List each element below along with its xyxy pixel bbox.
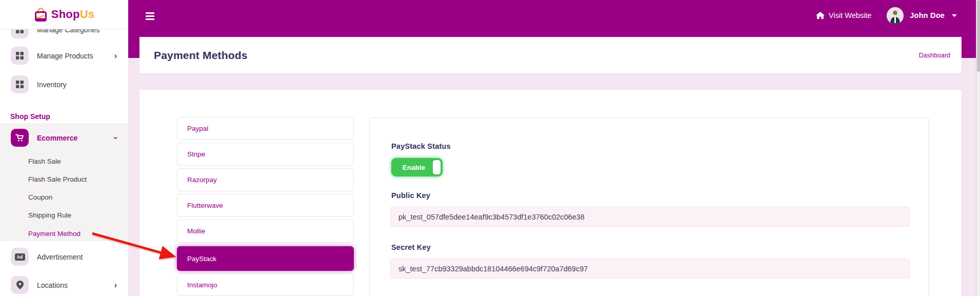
chevron-right-icon: › [114,52,117,60]
toggle-knob[interactable] [433,160,441,174]
payment-method-label: Instamojo [187,281,217,289]
payment-method-item-paypal[interactable]: Paypal [177,117,354,140]
sidebar-subitem-flash-sale[interactable]: Flash Sale [28,155,128,167]
user-name[interactable]: John Doe [910,11,945,19]
sidebar-logo[interactable]: ShopUs [0,0,128,29]
home-icon [816,12,825,19]
sidebar-subitem-label: Flash Sale [28,157,61,165]
brand-name: ShopUs [51,8,94,21]
sidebar-subitem-label: Flash Sale Product [28,175,87,183]
payment-method-label: Flutterwave [187,202,223,209]
scrollbar-thumb[interactable] [977,0,980,72]
payment-method-item-stripe[interactable]: Stripe [177,143,354,166]
payment-method-label: Mollie [187,227,205,235]
payment-method-item-razorpay[interactable]: Razorpay [177,168,354,191]
cart-icon [11,129,29,147]
sidebar-subitem-payment-method[interactable]: Payment Method [28,228,128,239]
hamburger-menu-icon[interactable] [146,12,156,21]
paystack-status-label: PayStack Status [391,142,451,150]
visit-website-link[interactable]: Visit Website [816,11,871,19]
brand-name-primary: Shop [51,8,80,21]
sidebar-item-label: Inventory [37,81,67,89]
secret-key-field[interactable]: sk_test_77cb93329abbdc18104466e694c9f720… [390,259,910,279]
sidebar-item-locations[interactable]: Locations › [0,276,128,294]
avatar[interactable] [887,7,904,24]
visit-website-label: Visit Website [829,11,871,19]
chevron-down-icon: › [111,136,119,139]
payment-method-item-paystack[interactable]: PayStack [177,246,354,271]
paystack-status-toggle[interactable]: Enable [391,158,443,176]
ad-icon: Ad [11,248,29,266]
sidebar-subitem-shipping-rule[interactable]: Shipping Rule [28,209,128,221]
location-pin-icon [11,276,29,294]
secret-key-label: Secret Key [391,243,431,251]
sidebar-item-label: Ecommerce [37,134,77,142]
payment-method-label: Razorpay [187,176,217,184]
page-title: Payment Methods [154,49,248,62]
payment-method-item-mollie[interactable]: Mollie [177,220,354,243]
sidebar-subitem-label: Shipping Rule [28,211,71,219]
paystack-settings-panel: PayStack Status Enable Public Key pk_tes… [369,117,929,296]
caret-down-icon[interactable] [952,14,957,17]
sidebar-item-advertisement[interactable]: Ad Advertisement [0,248,128,266]
sidebar-item-ecommerce[interactable]: Ecommerce › [0,129,128,147]
public-key-field[interactable]: pk_test_057dfe5dee14eaf9c3b4573df1e3760c… [390,207,910,227]
grid-icon [11,75,29,93]
sidebar-subitem-label: Payment Method [28,230,81,238]
payment-method-item-flutterwave[interactable]: Flutterwave [177,194,354,217]
chevron-right-icon: › [114,281,117,289]
secret-key-value: sk_test_77cb93329abbdc18104466e694c9f720… [398,265,588,273]
payment-method-label: Paypal [187,125,208,132]
brand-name-secondary: Us [80,8,95,21]
ad-icon-text: Ad [15,253,25,261]
sidebar-item-label: Manage Products [37,52,93,60]
scrollbar[interactable] [976,0,980,296]
topbar-right-cluster: Visit Website John Doe [816,0,957,31]
payment-method-label: PayStack [187,255,216,263]
public-key-value: pk_test_057dfe5dee14eaf9c3b4573df1e3760c… [398,213,585,221]
grid-icon [11,47,29,65]
sidebar-subitem-coupon[interactable]: Coupon [28,191,128,203]
sidebar-item-inventory[interactable]: Inventory [0,75,128,93]
sidebar-subitem-label: Coupon [28,193,52,201]
sidebar-item-label: Advertisement [37,253,83,261]
main-content-card: Paypal Stripe Razorpay Flutterwave Molli… [139,90,962,296]
payment-method-item-instamojo[interactable]: Instamojo [177,273,354,296]
payment-method-label: Stripe [187,150,205,158]
sidebar-item-manage-products[interactable]: Manage Products › [0,47,128,65]
page-header-card: Payment Methods Dashboard [139,37,962,73]
breadcrumb-dashboard-link[interactable]: Dashboard [919,52,950,59]
shopping-bag-icon [34,7,48,22]
sidebar-section-shop-setup: Shop Setup [10,112,50,121]
public-key-label: Public Key [391,191,430,200]
sidebar: Manage Categories ShopUs Manage Products… [0,0,128,296]
sidebar-subitem-flash-sale-product[interactable]: Flash Sale Product [28,173,128,185]
app-screen: Visit Website John Doe Payment Methods D… [0,0,980,296]
sidebar-item-label: Locations [37,281,68,289]
